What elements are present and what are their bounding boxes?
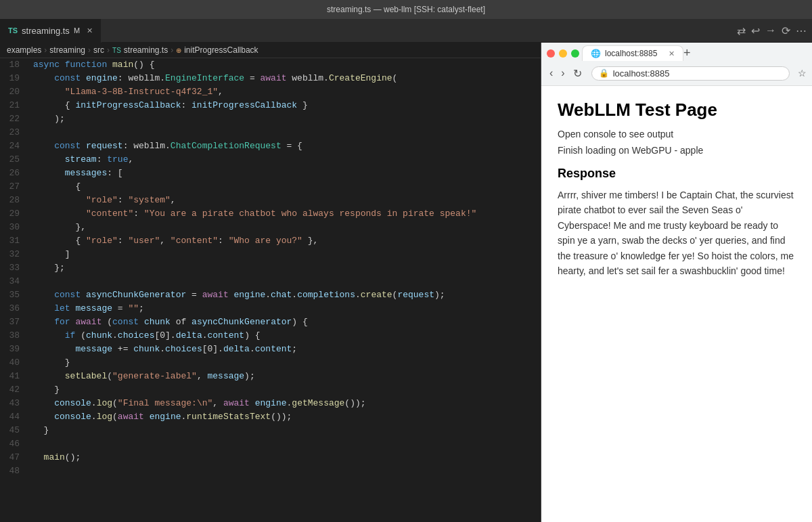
more-actions-icon[interactable]: ⋯ <box>796 24 807 37</box>
page-subtitle-2: Finish loading on WebGPU - apple <box>558 145 796 156</box>
line-content: let message = ""; <box>30 302 541 316</box>
line-number: 20 <box>0 85 30 99</box>
line-content: } <box>30 383 541 397</box>
split-editor-icon[interactable]: ⇄ <box>737 24 746 37</box>
line-number: 47 <box>0 451 30 464</box>
line-content <box>30 437 541 451</box>
code-editor[interactable]: 18async function main() {19 const engine… <box>0 58 541 522</box>
line-content: for await (const chunk of asyncChunkGene… <box>30 316 541 329</box>
line-content: "content": "You are a pirate chatbot who… <box>30 207 541 221</box>
line-number: 22 <box>0 112 30 126</box>
editor-panel: examples › streaming › src › TS streamin… <box>0 43 541 522</box>
ts-badge: TS <box>8 26 18 35</box>
reload-button[interactable]: ↻ <box>570 66 585 81</box>
title-bar: streaming.ts — web-llm [SSH: catalyst-fl… <box>0 0 812 19</box>
code-line: 26 messages: [ <box>0 167 541 180</box>
line-number: 33 <box>0 261 30 275</box>
browser-tab-close[interactable]: ✕ <box>669 49 675 58</box>
line-number: 45 <box>0 424 30 437</box>
line-content: main(); <box>30 451 541 464</box>
line-number: 38 <box>0 329 30 343</box>
line-content: const request: webllm.ChatCompletionRequ… <box>30 139 541 153</box>
code-line: 19 const engine: webllm.EngineInterface … <box>0 72 541 85</box>
code-line: 21 { initProgressCallback: initProgressC… <box>0 99 541 112</box>
tab-modified: M <box>74 26 80 35</box>
browser-tab[interactable]: 🌐 localhost:8885 ✕ <box>582 45 683 61</box>
code-line: 39 message += chunk.choices[0].delta.con… <box>0 343 541 356</box>
line-number: 27 <box>0 180 30 194</box>
response-text: Arrrr, shiver me timbers! I be Captain C… <box>558 188 796 278</box>
line-number: 35 <box>0 288 30 302</box>
line-content: }, <box>30 221 541 234</box>
line-content: { initProgressCallback: initProgressCall… <box>30 99 541 112</box>
breadcrumb-filename[interactable]: streaming.ts <box>124 45 168 55</box>
line-number: 39 <box>0 343 30 356</box>
line-number: 25 <box>0 153 30 167</box>
line-content: "Llama-3–8B-Instruct-q4f32_1", <box>30 85 541 99</box>
go-forward-icon[interactable]: → <box>765 24 776 37</box>
line-number: 42 <box>0 383 30 397</box>
code-line: 25 stream: true, <box>0 153 541 167</box>
code-line: 36 let message = ""; <box>0 302 541 316</box>
code-line: 47 main(); <box>0 451 541 464</box>
line-content: ); <box>30 112 541 126</box>
code-line: 43 console.log("Final message:\n", await… <box>0 397 541 410</box>
line-content: } <box>30 356 541 370</box>
code-line: 32 ] <box>0 248 541 261</box>
line-content: } <box>30 424 541 437</box>
line-number: 24 <box>0 139 30 153</box>
tab-filename: streaming.ts <box>22 26 70 36</box>
breadcrumb-streaming[interactable]: streaming <box>49 45 85 55</box>
code-line: 44 console.log(await engine.runtimeStats… <box>0 410 541 424</box>
tab-close-button[interactable]: ✕ <box>87 26 93 35</box>
code-line: 29 "content": "You are a pirate chatbot … <box>0 207 541 221</box>
line-content: }; <box>30 261 541 275</box>
line-content: if (chunk.choices[0].delta.content) { <box>30 329 541 343</box>
line-content: async function main() { <box>30 58 541 72</box>
line-number: 29 <box>0 207 30 221</box>
page-title: WebLLM Test Page <box>558 100 796 121</box>
line-number: 48 <box>0 464 30 478</box>
browser-panel: 🌐 localhost:8885 ✕ + ‹ › ↻ 🔒 localhost:8… <box>541 43 812 522</box>
breadcrumb-src[interactable]: src <box>93 45 104 55</box>
breadcrumb-examples[interactable]: examples <box>7 45 41 55</box>
back-button[interactable]: ‹ <box>547 66 556 81</box>
new-tab-button[interactable]: + <box>683 46 691 60</box>
address-bar[interactable]: 🔒 localhost:8885 <box>591 66 790 81</box>
line-content: ] <box>30 248 541 261</box>
minimize-traffic-light[interactable] <box>559 49 567 58</box>
line-content <box>30 126 541 139</box>
line-content <box>30 275 541 288</box>
forward-button[interactable]: › <box>558 66 567 81</box>
code-line: 18async function main() { <box>0 58 541 72</box>
editor-tab[interactable]: TS streaming.ts M ✕ <box>0 19 102 43</box>
line-number: 26 <box>0 167 30 180</box>
browser-address-bar-row: ‹ › ↻ 🔒 localhost:8885 ☆ <box>541 61 812 85</box>
ts-breadcrumb-icon: TS <box>112 47 121 54</box>
code-line: 22 ); <box>0 112 541 126</box>
bookmark-icon[interactable]: ☆ <box>798 68 807 79</box>
maximize-traffic-light[interactable] <box>571 49 579 58</box>
browser-content: WebLLM Test Page Open console to see out… <box>541 86 812 522</box>
line-content: console.log("Final message:\n", await en… <box>30 397 541 410</box>
go-back-icon[interactable]: ↩ <box>751 24 760 37</box>
breadcrumb: examples › streaming › src › TS streamin… <box>0 43 541 58</box>
line-number: 21 <box>0 99 30 112</box>
code-line: 38 if (chunk.choices[0].delta.content) { <box>0 329 541 343</box>
line-content: messages: [ <box>30 167 541 180</box>
code-line: 27 { <box>0 180 541 194</box>
open-changes-icon[interactable]: ⟳ <box>782 24 790 37</box>
line-content: { "role": "user", "content": "Who are yo… <box>30 234 541 248</box>
close-traffic-light[interactable] <box>547 49 555 58</box>
line-number: 19 <box>0 72 30 85</box>
browser-chrome: 🌐 localhost:8885 ✕ + ‹ › ↻ 🔒 localhost:8… <box>541 43 812 86</box>
title-bar-text: streaming.ts — web-llm [SSH: catalyst-fl… <box>327 5 485 14</box>
url-text: localhost:8885 <box>613 68 670 79</box>
line-number: 43 <box>0 397 30 410</box>
line-number: 30 <box>0 221 30 234</box>
page-subtitle-1: Open console to see output <box>558 129 796 139</box>
code-line: 35 const asyncChunkGenerator = await eng… <box>0 288 541 302</box>
code-line: 33 }; <box>0 261 541 275</box>
code-line: 45 } <box>0 424 541 437</box>
func-breadcrumb-icon: ⊕ <box>176 47 181 54</box>
